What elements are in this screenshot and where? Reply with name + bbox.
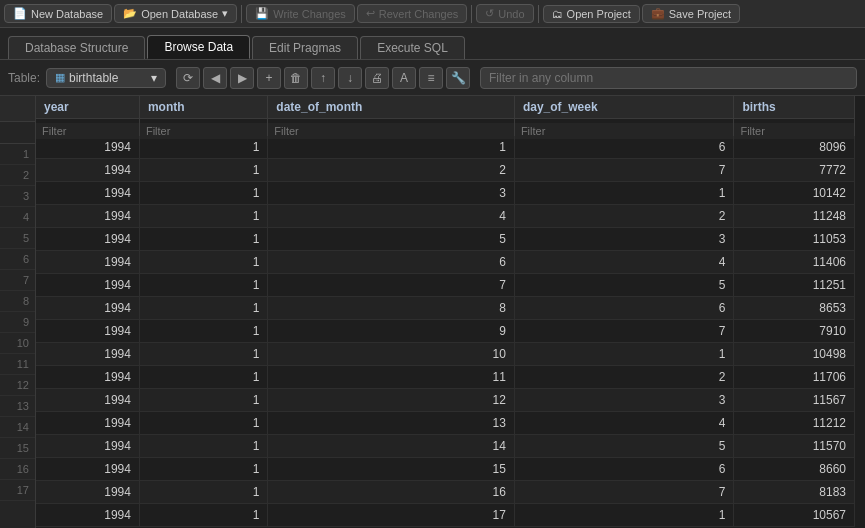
new-database-label: New Database — [31, 8, 103, 20]
col-header-date-of-month[interactable]: date_of_month — [268, 96, 515, 119]
row-number: 1 — [0, 144, 35, 165]
column-btn[interactable]: A — [392, 67, 416, 89]
table-cell: 1 — [139, 366, 267, 389]
revert-changes-button[interactable]: ↩ Revert Changes — [357, 4, 468, 23]
table-cell: 1 — [139, 182, 267, 205]
write-icon: 💾 — [255, 7, 269, 20]
table-cell: 10 — [268, 343, 515, 366]
table-cell: 1994 — [36, 412, 139, 435]
table-cell: 1994 — [36, 458, 139, 481]
table-icon: ▦ — [55, 71, 65, 84]
table-row: 19941977910 — [36, 320, 855, 343]
refresh-button[interactable]: ⟳ — [176, 67, 200, 89]
col-header-births[interactable]: births — [734, 96, 855, 119]
table-cell: 1994 — [36, 182, 139, 205]
col-header-month[interactable]: month — [139, 96, 267, 119]
separator-3 — [538, 5, 539, 23]
row-number: 15 — [0, 438, 35, 459]
open-project-button[interactable]: 🗂 Open Project — [543, 5, 640, 23]
revert-changes-label: Revert Changes — [379, 8, 459, 20]
table-cell: 10498 — [734, 343, 855, 366]
scrollbar[interactable] — [855, 96, 865, 528]
separator-2 — [471, 5, 472, 23]
table-row: 199416411406 — [36, 251, 855, 274]
row-num-filter — [0, 122, 35, 144]
table-cell: 1994 — [36, 389, 139, 412]
row-num-header — [0, 96, 35, 122]
table-select-dropdown[interactable]: ▦ birthtable ▾ — [46, 68, 166, 88]
table-cell: 4 — [514, 412, 734, 435]
table-scroll[interactable]: year month date_of_month day_of_week bir… — [36, 96, 855, 528]
filter-births[interactable]: Filter — [734, 122, 855, 139]
table-cell: 7 — [514, 481, 734, 504]
table-cell: 1 — [139, 389, 267, 412]
export-button[interactable]: ↑ — [311, 67, 335, 89]
tab-execute-sql[interactable]: Execute SQL — [360, 36, 465, 59]
table-cell: 1994 — [36, 205, 139, 228]
table-row: 199413110142 — [36, 182, 855, 205]
table-cell: 1994 — [36, 159, 139, 182]
table-row: 1994111211706 — [36, 366, 855, 389]
table-cell: 8660 — [734, 458, 855, 481]
wrench-btn[interactable]: 🔧 — [446, 67, 470, 89]
save-project-button[interactable]: 💼 Save Project — [642, 4, 740, 23]
import-button[interactable]: ↓ — [338, 67, 362, 89]
new-database-button[interactable]: 📄 New Database — [4, 4, 112, 23]
main-toolbar: 📄 New Database 📂 Open Database ▾ 💾 Write… — [0, 0, 865, 28]
table-cell: 11248 — [734, 205, 855, 228]
table-row: 199417511251 — [36, 274, 855, 297]
table-name: birthtable — [69, 71, 118, 85]
row-numbers: 1234567891011121314151617 — [0, 96, 36, 528]
table-cell: 1994 — [36, 481, 139, 504]
data-area: 1234567891011121314151617 year month dat… — [0, 96, 865, 528]
table-cell: 1 — [139, 205, 267, 228]
table-cell: 1994 — [36, 274, 139, 297]
table-cell: 7 — [268, 274, 515, 297]
undo-button[interactable]: ↺ Undo — [476, 4, 533, 23]
table-cell: 3 — [514, 389, 734, 412]
undo-icon: ↺ — [485, 7, 494, 20]
table-cell: 1 — [139, 343, 267, 366]
table-row: 1994113411212 — [36, 412, 855, 435]
save-project-icon: 💼 — [651, 7, 665, 20]
table-cell: 7772 — [734, 159, 855, 182]
prev-button[interactable]: ◀ — [203, 67, 227, 89]
table-cell: 14 — [268, 435, 515, 458]
table-cell: 11251 — [734, 274, 855, 297]
filter-month[interactable]: Filter — [139, 122, 267, 139]
row-number: 8 — [0, 291, 35, 312]
row-number: 7 — [0, 270, 35, 291]
table-row: 19941277772 — [36, 159, 855, 182]
table-cell: 11212 — [734, 412, 855, 435]
tab-browse-data[interactable]: Browse Data — [147, 35, 250, 59]
next-button[interactable]: ▶ — [230, 67, 254, 89]
write-changes-button[interactable]: 💾 Write Changes — [246, 4, 355, 23]
table-row: 1994112311567 — [36, 389, 855, 412]
filter-input[interactable] — [480, 67, 857, 89]
tab-database-structure[interactable]: Database Structure — [8, 36, 145, 59]
filter-year[interactable]: Filter — [36, 122, 139, 139]
table-cell: 5 — [268, 228, 515, 251]
print-button[interactable]: 🖨 — [365, 67, 389, 89]
table-cell: 1 — [139, 504, 267, 527]
table-cell: 13 — [268, 412, 515, 435]
table-cell: 16 — [268, 481, 515, 504]
table-cell: 6 — [514, 458, 734, 481]
tab-edit-pragmas[interactable]: Edit Pragmas — [252, 36, 358, 59]
row-number: 11 — [0, 354, 35, 375]
add-row-button[interactable]: + — [257, 67, 281, 89]
row-number: 10 — [0, 333, 35, 354]
filter-date-of-month[interactable]: Filter — [268, 122, 515, 139]
format-btn[interactable]: ≡ — [419, 67, 443, 89]
table-cell: 2 — [268, 159, 515, 182]
delete-row-button[interactable]: 🗑 — [284, 67, 308, 89]
row-number: 2 — [0, 165, 35, 186]
table-row: 199414211248 — [36, 205, 855, 228]
table-label: Table: — [8, 71, 40, 85]
table-cell: 15 — [268, 458, 515, 481]
col-header-day-of-week[interactable]: day_of_week — [514, 96, 734, 119]
open-database-button[interactable]: 📂 Open Database ▾ — [114, 4, 237, 23]
table-cell: 1994 — [36, 366, 139, 389]
col-header-year[interactable]: year — [36, 96, 139, 119]
filter-day-of-week[interactable]: Filter — [514, 122, 734, 139]
